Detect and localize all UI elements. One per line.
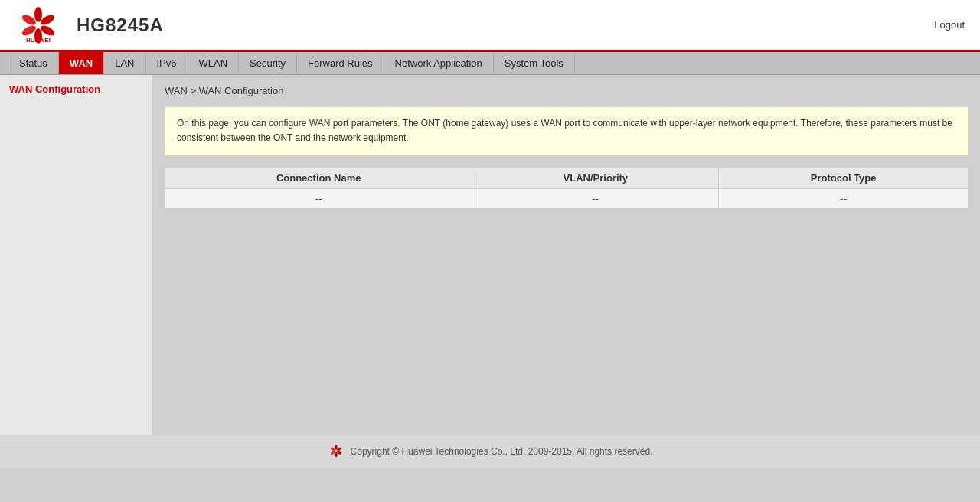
- logo-area: HUAWEI: [15, 5, 61, 45]
- col-connection-name: Connection Name: [165, 168, 472, 189]
- nav-item-ipv6[interactable]: IPv6: [146, 52, 188, 74]
- content-area: WAN > WAN Configuration On this page, yo…: [153, 75, 980, 435]
- table-header-row: Connection Name VLAN/Priority Protocol T…: [165, 168, 969, 189]
- svg-point-0: [34, 7, 42, 22]
- nav-item-status[interactable]: Status: [8, 52, 59, 74]
- huawei-logo-icon: HUAWEI: [15, 5, 61, 45]
- col-protocol-type: Protocol Type: [719, 168, 969, 189]
- breadcrumb: WAN > WAN Configuration: [165, 83, 969, 99]
- nav-item-security[interactable]: Security: [239, 52, 297, 74]
- col-vlan-priority: VLAN/Priority: [472, 168, 719, 189]
- main-wrapper: WAN Configuration WAN > WAN Configuratio…: [0, 75, 980, 435]
- wan-table: Connection Name VLAN/Priority Protocol T…: [165, 167, 969, 209]
- cell-vlan-priority: --: [472, 189, 719, 209]
- sidebar-item-wan-configuration[interactable]: WAN Configuration: [0, 79, 152, 99]
- cell-connection-name: --: [165, 189, 472, 209]
- nav-item-network-application[interactable]: Network Application: [384, 52, 494, 74]
- nav-item-lan[interactable]: LAN: [104, 52, 145, 74]
- header-left: HUAWEI HG8245A: [15, 5, 164, 45]
- svg-point-10: [335, 452, 337, 458]
- svg-point-7: [335, 445, 337, 450]
- table-row: -- -- --: [165, 189, 969, 209]
- navbar: Status WAN LAN IPv6 WLAN Security Forwar…: [0, 52, 980, 75]
- footer-text: Copyright © Huawei Technologies Co., Ltd…: [351, 446, 653, 457]
- footer: Copyright © Huawei Technologies Co., Ltd…: [0, 435, 980, 468]
- device-title: HG8245A: [77, 15, 164, 36]
- nav-item-forward-rules[interactable]: Forward Rules: [297, 52, 384, 74]
- svg-text:HUAWEI: HUAWEI: [26, 37, 51, 44]
- logout-button[interactable]: Logout: [934, 19, 965, 31]
- huawei-footer-logo-icon: [328, 443, 345, 460]
- sidebar: WAN Configuration: [0, 75, 153, 435]
- nav-item-wan[interactable]: WAN: [59, 52, 104, 74]
- cell-protocol-type: --: [719, 189, 969, 209]
- nav-item-wlan[interactable]: WLAN: [188, 52, 240, 74]
- header: HUAWEI HG8245A Logout: [0, 0, 980, 52]
- info-box: On this page, you can configure WAN port…: [165, 106, 969, 155]
- nav-item-system-tools[interactable]: System Tools: [494, 52, 575, 74]
